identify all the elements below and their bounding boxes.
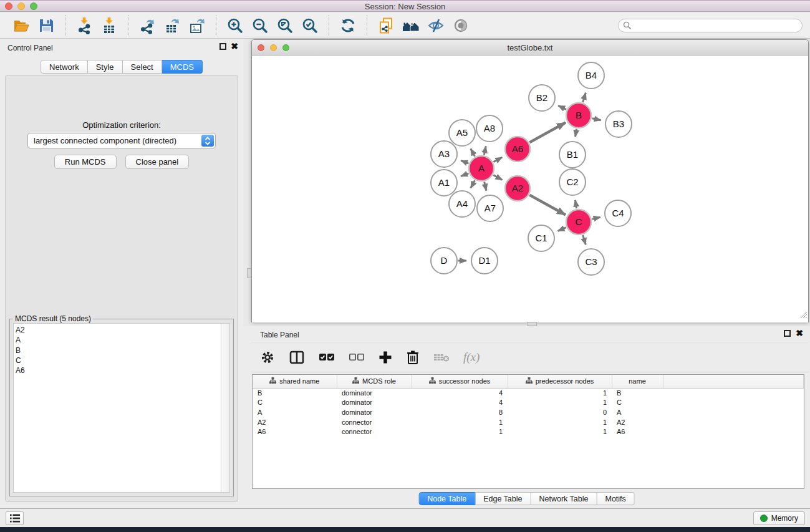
zoom-out-icon[interactable] [251,16,269,35]
graph-edge-B-B3[interactable] [592,118,600,120]
tab-style[interactable]: Style [88,60,123,74]
graph-node-A6[interactable]: A6 [505,137,530,162]
graph-edge-C-C4[interactable] [592,217,600,219]
zoom-in-icon[interactable] [226,16,244,35]
export-image-icon[interactable] [188,16,206,35]
graph-edge-A-A4[interactable] [471,180,475,188]
graph-edge-C-C3[interactable] [583,235,586,244]
graph-node-D[interactable]: D [431,248,457,274]
graph-edge-A-A8[interactable] [484,146,486,155]
memory-button[interactable]: Memory [753,511,805,525]
tab-network[interactable]: Network [41,60,88,74]
graph-node-A4[interactable]: A4 [449,191,475,217]
task-history-button[interactable] [6,511,24,525]
graph-node-B1[interactable]: B1 [559,142,586,168]
zoom-selected-icon[interactable] [301,16,319,35]
show-graphics-details-icon[interactable] [451,16,470,35]
mcds-result-list[interactable]: A2ABCA6 [13,323,221,493]
graph-node-A1[interactable]: A1 [431,170,457,196]
export-network-icon[interactable] [138,16,157,35]
node-table[interactable]: shared nameMCDS rolesuccessor nodesprede… [252,374,804,489]
table-tab-motifs[interactable]: Motifs [597,492,634,505]
graph-node-B3[interactable]: B3 [605,111,632,137]
graph-node-B[interactable]: B [566,103,591,128]
graph-node-A8[interactable]: A8 [476,115,503,142]
select-all-columns-icon[interactable] [319,352,335,362]
result-scrollbar[interactable] [221,323,230,493]
save-session-icon[interactable] [37,16,55,35]
graph-edge-A-A7[interactable] [485,181,486,190]
graph-edge-C-C1[interactable] [558,228,566,231]
table-tab-edge-table[interactable]: Edge Table [475,492,531,505]
column-header-shared-name[interactable]: shared name [253,375,337,388]
result-item[interactable]: C [16,356,221,366]
graph-edge-B-B4[interactable] [583,93,586,102]
result-item[interactable]: B [16,346,221,356]
graph-node-A3[interactable]: A3 [431,141,457,167]
home-layout-icon[interactable] [402,16,420,35]
graph-node-C2[interactable]: C2 [559,169,586,195]
column-header-name[interactable]: name [612,375,663,388]
graph-node-A5[interactable]: A5 [449,120,475,146]
table-row[interactable]: A2connector11A2 [253,417,804,427]
table-row[interactable]: Bdominator41B [253,388,804,398]
graph-edge-A-A3[interactable] [461,160,468,163]
graph-node-C1[interactable]: C1 [528,225,554,251]
add-column-icon[interactable] [378,351,392,364]
import-network-icon[interactable] [75,16,94,35]
graph-edge-B-B1[interactable] [576,129,577,137]
network-window-titlebar[interactable]: testGlobe.txt [252,40,808,56]
splitter-handle-bottom[interactable] [527,322,537,326]
graph-node-A7[interactable]: A7 [477,195,503,221]
tab-select[interactable]: Select [123,60,162,74]
search-input[interactable] [618,19,803,32]
table-tab-network-table[interactable]: Network Table [531,492,597,505]
refresh-view-icon[interactable] [339,16,357,35]
close-panel-button[interactable]: Close panel [125,155,190,169]
column-header-MCDS-role[interactable]: MCDS role [337,375,412,388]
graph-edge-A-A1[interactable] [461,173,468,177]
split-view-icon[interactable] [289,349,305,365]
graph-edge-A6-B[interactable] [529,123,566,143]
column-header-predecessor-nodes[interactable]: predecessor nodes [508,375,612,388]
network-canvas[interactable]: AA1A2A3A4A5A6A7A8BB1B2B3B4CC1C2C3C4DD1 [252,56,808,322]
column-header-successor-nodes[interactable]: successor nodes [412,375,508,388]
zoom-fit-icon[interactable] [276,16,294,35]
result-item[interactable]: A [16,336,221,346]
graph-edge-A-A5[interactable] [471,148,475,156]
graph-node-C[interactable]: C [566,210,591,235]
graph-node-A[interactable]: A [469,156,494,181]
import-table-icon[interactable] [100,16,118,35]
graph-edge-C-C2[interactable] [575,200,576,209]
graph-node-A2[interactable]: A2 [505,176,530,201]
graph-node-D1[interactable]: D1 [471,248,498,274]
splitter-handle-left[interactable] [247,268,251,278]
graph-edge-A-A2[interactable] [493,175,502,180]
close-table-panel-icon[interactable]: ✖ [796,329,803,337]
result-item[interactable]: A6 [16,366,221,376]
result-item[interactable]: A2 [16,326,221,336]
run-mcds-button[interactable]: Run MCDS [54,155,117,169]
table-row[interactable]: A6connector11A6 [253,427,804,437]
graph-edge-B-B2[interactable] [558,105,566,109]
float-panel-icon[interactable] [219,43,226,50]
duplicate-network-view-icon[interactable] [377,16,395,35]
window-resize-grip[interactable] [799,310,808,321]
export-table-icon[interactable] [163,16,181,35]
graph-node-C3[interactable]: C3 [578,249,604,275]
graph-node-B4[interactable]: B4 [578,62,604,89]
graph-edge-A2-C[interactable] [529,195,566,215]
graph-node-B2[interactable]: B2 [529,85,555,111]
hide-graphics-details-icon[interactable] [427,16,445,35]
table-tab-node-table[interactable]: Node Table [418,492,475,505]
table-settings-icon[interactable] [260,350,275,365]
float-table-panel-icon[interactable] [784,330,791,337]
tab-mcds[interactable]: MCDS [162,60,203,74]
table-row[interactable]: Cdominator41C [253,398,804,408]
table-row[interactable]: Adominator80A [253,407,804,417]
open-session-icon[interactable] [12,16,31,35]
graph-edge-A-A6[interactable] [493,157,502,162]
close-panel-icon[interactable]: ✖ [231,42,238,51]
criterion-dropdown[interactable]: largest connected component (directed) [27,133,216,148]
deselect-all-columns-icon[interactable] [349,352,365,362]
